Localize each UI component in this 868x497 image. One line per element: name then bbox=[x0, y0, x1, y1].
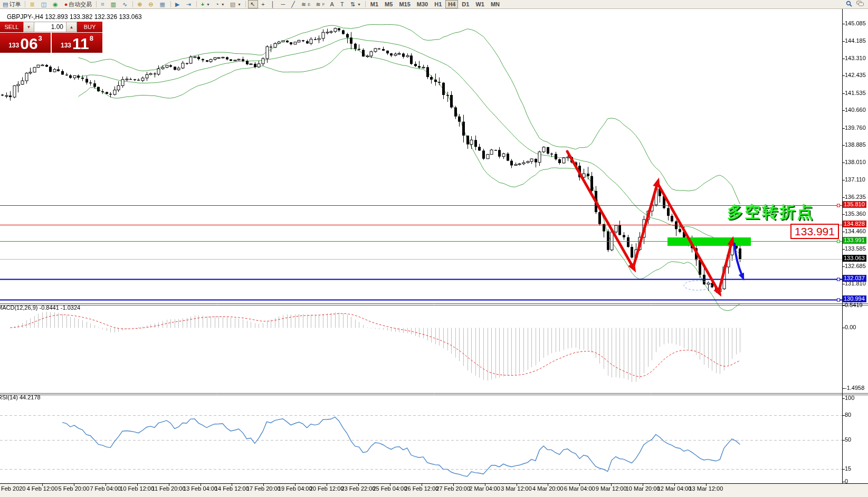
volume-input[interactable] bbox=[34, 22, 66, 32]
equidistant-channel-button[interactable]: ≋E bbox=[299, 0, 313, 8]
new-order-button[interactable]: ▤订单 bbox=[1, 0, 23, 8]
chevron-down-icon: ▼ bbox=[237, 3, 241, 6]
fibonacci-button[interactable]: ≋F bbox=[313, 0, 327, 8]
templates-button[interactable]: ▧▼ bbox=[228, 0, 243, 8]
buy-price-prefix: 133 bbox=[61, 42, 71, 49]
toolbar-groups: ▤订单≣◫◉●自动交易⌗▥∿⊕⊖▦▶⇥+▼◔▼▧▼↖+│─╱≋E≋FAT⇅▼ bbox=[0, 0, 364, 8]
trendline-button[interactable]: ╱ bbox=[289, 0, 298, 8]
timeframe-mn[interactable]: MN bbox=[488, 0, 502, 8]
text-label-button[interactable]: T bbox=[338, 0, 347, 8]
auto-scroll-button[interactable]: ▶ bbox=[173, 0, 183, 8]
autotrading-button[interactable]: ●自动交易 bbox=[62, 0, 94, 8]
crosshair-icon: + bbox=[261, 1, 264, 7]
timeframe-h1[interactable]: H1 bbox=[432, 0, 444, 8]
buy-button[interactable]: BUY bbox=[77, 22, 102, 32]
fibonacci-icon-sub: F bbox=[322, 2, 325, 7]
zoom-in-button[interactable]: ⊕ bbox=[135, 0, 145, 8]
candlestick-chart-button[interactable]: ▥ bbox=[109, 0, 119, 8]
chart-window-button[interactable]: ◫ bbox=[39, 0, 50, 8]
price-label-box: 133.991 bbox=[790, 224, 839, 239]
zoom-out-button[interactable]: ⊖ bbox=[146, 0, 156, 8]
top-toolbar: ▤订单≣◫◉●自动交易⌗▥∿⊕⊖▦▶⇥+▼◔▼▧▼↖+│─╱≋E≋FAT⇅▼ M… bbox=[0, 0, 868, 9]
timeframe-m30[interactable]: M30 bbox=[414, 0, 431, 8]
zoom-in-icon: ⊕ bbox=[137, 1, 142, 7]
chart-title: GBPJPY-,H4 132.893 133.382 132.326 133.0… bbox=[7, 13, 142, 21]
cursor-icon: ↖ bbox=[250, 1, 255, 7]
volume-decrease-button[interactable]: ▼ bbox=[23, 22, 34, 32]
rsi-indicator-label: RSI(14) 44.2178 bbox=[0, 394, 41, 400]
timeframe-d1[interactable]: D1 bbox=[459, 0, 472, 8]
new-order-icon: ▤ bbox=[3, 1, 8, 7]
one-click-trading-panel: SELL ▼ ▲ BUY 133 06 3 133 11 8 bbox=[0, 22, 102, 53]
timeframe-bar: M1M5M15M30H1H4D1W1MN bbox=[367, 0, 503, 8]
signal-button[interactable]: ◉ bbox=[51, 0, 61, 8]
vertical-line-icon: │ bbox=[271, 1, 275, 7]
arrows-icon: ⇅ bbox=[350, 1, 355, 7]
timeframe-m1[interactable]: M1 bbox=[368, 0, 381, 8]
crosshair-button[interactable]: + bbox=[259, 0, 268, 8]
chart-shift-button[interactable]: ⇥ bbox=[184, 0, 194, 8]
toolbar-separator bbox=[132, 1, 133, 7]
bar-chart-button[interactable]: ⌗ bbox=[99, 0, 107, 8]
toolbar-separator bbox=[245, 1, 246, 7]
sell-price-big: 06 bbox=[20, 36, 37, 51]
trendline-icon: ╱ bbox=[291, 1, 295, 7]
tile-windows-icon: ▦ bbox=[160, 1, 165, 7]
sell-price-pip: 3 bbox=[39, 34, 42, 42]
buy-price-box[interactable]: 133 11 8 bbox=[52, 33, 102, 53]
periods-icon: ◔ bbox=[215, 1, 219, 7]
horizontal-line-icon: ─ bbox=[281, 1, 285, 7]
chevron-down-icon: ▼ bbox=[357, 3, 361, 6]
text-icon: A bbox=[330, 1, 334, 7]
templates-icon: ▧ bbox=[230, 1, 235, 7]
timeframe-m5[interactable]: M5 bbox=[382, 0, 395, 8]
indicators-icon: + bbox=[201, 1, 204, 7]
line-chart-button[interactable]: ∿ bbox=[120, 0, 130, 8]
arrows-button[interactable]: ⇅▼ bbox=[348, 0, 363, 8]
timeframe-w1[interactable]: W1 bbox=[473, 0, 487, 8]
sell-price-prefix: 133 bbox=[8, 42, 19, 49]
search-icon[interactable] bbox=[846, 1, 852, 8]
auto-scroll-icon: ▶ bbox=[175, 1, 179, 7]
buy-price-pip: 8 bbox=[90, 34, 93, 42]
chat-icon[interactable] bbox=[856, 1, 864, 8]
chevron-down-icon: ▼ bbox=[221, 3, 225, 6]
buy-price-big: 11 bbox=[72, 36, 89, 51]
text-button[interactable]: A bbox=[328, 0, 337, 8]
periods-button[interactable]: ◔▼ bbox=[213, 0, 227, 8]
bar-chart-icon: ⌗ bbox=[101, 1, 104, 7]
toolbar-right bbox=[846, 1, 868, 8]
autotrading-label: 自动交易 bbox=[69, 1, 92, 8]
text-label-icon: T bbox=[340, 1, 344, 7]
tile-windows-button[interactable]: ▦ bbox=[158, 0, 168, 8]
zoom-out-icon: ⊖ bbox=[148, 1, 153, 7]
sell-button[interactable]: SELL bbox=[0, 22, 23, 32]
equidistant-channel-icon: ≋ bbox=[301, 1, 306, 7]
timeframe-h4[interactable]: H4 bbox=[445, 0, 458, 8]
candlestick-chart-icon: ▥ bbox=[111, 1, 116, 7]
chart-shift-icon: ⇥ bbox=[186, 1, 190, 7]
line-chart-icon: ∿ bbox=[122, 1, 127, 7]
sell-price-box[interactable]: 133 06 3 bbox=[0, 33, 51, 53]
cursor-button[interactable]: ↖ bbox=[248, 0, 258, 8]
turning-point-annotation: 多空转折点 bbox=[727, 202, 814, 223]
vertical-line-button[interactable]: │ bbox=[269, 0, 278, 8]
volume-increase-button[interactable]: ▲ bbox=[66, 22, 77, 32]
toolbar-separator bbox=[25, 1, 25, 7]
timeframe-m15[interactable]: M15 bbox=[396, 0, 413, 8]
equidistant-channel-icon-sub: E bbox=[308, 2, 310, 7]
new-order-label: 订单 bbox=[9, 1, 21, 8]
toolbar-separator bbox=[170, 1, 171, 7]
autotrading-icon: ● bbox=[64, 1, 68, 7]
chart-plot[interactable] bbox=[0, 0, 868, 497]
signal-icon: ◉ bbox=[53, 1, 58, 7]
horizontal-line-button[interactable]: ─ bbox=[279, 0, 289, 8]
fibonacci-icon: ≋ bbox=[316, 1, 320, 7]
macd-indicator-label: MACD(12,26,9) -0.8441 -1.0324 bbox=[0, 304, 80, 311]
toolbar-separator bbox=[96, 1, 97, 7]
coins-button[interactable]: ≣ bbox=[27, 0, 37, 8]
chevron-down-icon: ▼ bbox=[206, 3, 210, 6]
toolbar-separator bbox=[365, 1, 366, 7]
indicators-button[interactable]: +▼ bbox=[199, 0, 212, 8]
toolbar-separator bbox=[196, 1, 197, 7]
